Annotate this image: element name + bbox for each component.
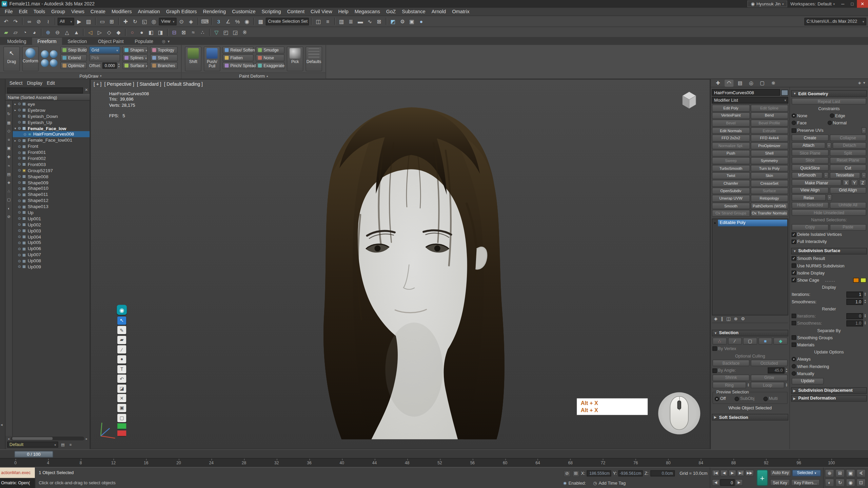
border-mode-icon[interactable]: ▢ [743, 338, 757, 345]
relax-settings-button[interactable]: ▫ [827, 194, 832, 201]
topology-button[interactable]: Topology [150, 46, 178, 54]
explorer-item-front001[interactable]: ⊙▦Front001 [13, 149, 90, 156]
modifier-edit-normals-button[interactable]: Edit Normals [712, 127, 750, 134]
edge-radio[interactable] [830, 114, 834, 118]
menu-file[interactable]: File [2, 8, 16, 16]
modifier-skin-button[interactable]: Skin [750, 172, 788, 179]
branches-button[interactable]: Branches [150, 62, 178, 69]
visibility-dot-icon[interactable]: ⊙ [17, 217, 22, 221]
update-button[interactable]: Update [792, 378, 824, 384]
explorer-item-up002[interactable]: ⊙▦Up002 [13, 222, 90, 228]
screenshot-tool-icon[interactable]: ▣ [117, 404, 126, 412]
explorer-item-eyelash-down[interactable]: ⊙▦Eyelash_Down [13, 113, 90, 119]
ribbon-tab-object-paint[interactable]: Object Paint [93, 38, 129, 45]
paint-deform-pick-button[interactable]: Pick [287, 46, 303, 71]
slice-button[interactable]: Slice [792, 157, 829, 164]
perspective-viewport[interactable]: [ + ][ Perspective ][ Standard ][ Defaul… [90, 79, 710, 449]
conform-brush-icon[interactable] [41, 50, 49, 58]
ring-button[interactable]: Ring [712, 382, 746, 389]
minimize-button[interactable]: ─ [838, 0, 848, 8]
explorer-item-shape011[interactable]: ⊙▦Shape011 [13, 191, 90, 198]
shapes-dropdown[interactable]: Shapes▾ [122, 46, 148, 54]
render-production-icon[interactable]: ● [417, 17, 426, 26]
layer-explorer-toggle-icon[interactable]: ≣ [347, 17, 355, 26]
custom-tool-icon-18[interactable]: ⊠ [179, 28, 188, 37]
tessellate-settings-button[interactable]: ▫ [861, 172, 866, 179]
menu-animation[interactable]: Animation [135, 8, 163, 16]
modifier-turn-to-poly-button[interactable]: Turn to Poly [750, 165, 788, 172]
shrink-button[interactable]: Shrink [712, 374, 749, 381]
go-to-start-icon[interactable]: |◀ [712, 470, 720, 476]
hide-selected-button[interactable]: Hide Selected [792, 202, 829, 208]
zoom-icon[interactable]: ⊕ [825, 469, 834, 477]
add-key-button[interactable]: + [757, 470, 768, 486]
isolate-selection-icon[interactable]: ⊘ [564, 470, 571, 477]
select-and-manipulate-icon[interactable]: ◈ [186, 17, 195, 26]
macro-recorder-line[interactable]: actionMan.exec [0, 468, 35, 478]
always-radio[interactable] [792, 357, 796, 361]
time-slider-handle[interactable]: 0 / 100 [14, 451, 53, 458]
display-bones-icon[interactable]: ∴ [6, 188, 12, 194]
object-color-swatch[interactable] [781, 89, 788, 96]
visibility-dot-icon[interactable]: ⊙ [17, 162, 22, 167]
remove-modifier-icon[interactable]: ⊗ [734, 317, 737, 322]
extend-button[interactable]: Extend [60, 54, 87, 61]
visibility-dot-icon[interactable]: ⊙ [17, 114, 22, 119]
grow-button[interactable]: Grow [751, 374, 788, 381]
configure-modifier-sets-icon[interactable]: ⚙ [741, 317, 745, 322]
current-frame-field[interactable]: 0 [720, 479, 734, 486]
by-angle-value[interactable]: 45.0 [768, 367, 784, 373]
explorer-item-female-face-low[interactable]: ▾⊙▦Female_Face_low [13, 125, 90, 131]
paint-deform-panel-label[interactable]: Paint Deform▴ [182, 73, 326, 79]
explorer-item-eyelash-up[interactable]: ⊙▦Eyelash_Up [13, 119, 90, 125]
explorer-item-up001[interactable]: ⊙▦Up001 [13, 216, 90, 222]
none-radio[interactable] [792, 114, 796, 118]
make-planar-y-button[interactable]: Y [851, 179, 858, 186]
custom-tool-icon-01[interactable]: ▰ [2, 28, 11, 37]
explorer-item-up003[interactable]: ⊙▦Up003 [13, 228, 90, 234]
scrollbar-thumb[interactable] [12, 437, 53, 440]
modifier-surface-button[interactable]: Surface [750, 187, 788, 195]
modifier-unwrap-uvw-button[interactable]: Unwrap UVW [712, 195, 750, 202]
set-key-button[interactable]: Set Key [770, 479, 790, 486]
custom-tool-icon-20[interactable]: ∴ [198, 28, 207, 37]
custom-tool-icon-21[interactable]: ▽ [212, 28, 221, 37]
quickslice-button[interactable]: QuickSlice [792, 164, 829, 171]
bind-to-space-warp-icon[interactable]: ≀ [44, 17, 53, 26]
next-frame-icon[interactable]: ▶ [735, 479, 743, 486]
modifier-smooth-button[interactable]: Smooth [712, 202, 750, 209]
polydraw-panel-label[interactable]: PolyDraw▾ [0, 73, 181, 79]
maximize-viewport-icon[interactable]: ⊡ [856, 478, 866, 486]
face-radio[interactable] [792, 121, 796, 125]
pan-icon[interactable]: ◐ [825, 478, 834, 486]
spinner-arrows[interactable]: ▲▼ [785, 368, 788, 373]
custom-tool-icon-13[interactable]: ○ [128, 28, 137, 37]
time-slider[interactable]: 0 / 100 [0, 449, 868, 458]
show-cage-checkbox[interactable]: ✓ [792, 278, 796, 282]
user-account-button[interactable]: ◉ Hyunsuk Jin▾ [748, 1, 787, 7]
visibility-dot-icon[interactable]: ⊙ [17, 138, 22, 143]
modifier-creaseset-button[interactable]: CreaseSet [750, 180, 788, 187]
spinner-arrows[interactable]: ▲▼ [864, 321, 866, 326]
explorer-settings-icon[interactable]: ≡ [67, 442, 74, 448]
slice-plane-button[interactable]: Slice Plane [792, 149, 829, 156]
visibility-dot-icon[interactable]: ⊙ [17, 235, 22, 239]
left-dock-strip[interactable]: ◂ [0, 79, 5, 449]
hide-unselected-button[interactable]: Hide Unselected [792, 209, 866, 216]
visibility-dot-icon[interactable]: ⊙ [17, 229, 22, 233]
menu-customize[interactable]: Customize [229, 8, 258, 16]
polydraw-conform-button[interactable]: Conform [22, 46, 39, 71]
menu-megascans[interactable]: Megascans [352, 8, 383, 16]
noise-button[interactable]: Noise [256, 54, 284, 61]
visibility-dot-icon[interactable]: ⊙ [17, 259, 22, 263]
custom-tool-icon-06[interactable]: ⊖ [53, 28, 62, 37]
roll-icon[interactable]: ◉ [846, 478, 855, 486]
full-interactivity-checkbox[interactable]: ✓ [792, 240, 796, 244]
smoothing-groups-checkbox[interactable] [792, 336, 796, 340]
annotation-app-icon[interactable]: ◉ [117, 305, 126, 315]
display-geometry-icon[interactable]: ▦ [6, 120, 12, 126]
visibility-dot-icon[interactable]: ⊙ [17, 120, 22, 124]
display-xrefs-icon[interactable]: ◈ [6, 180, 12, 186]
curve-editor-icon[interactable]: ∿ [366, 17, 374, 26]
paint-deformation-rollout-header[interactable]: ▶Paint Deformation [791, 395, 867, 402]
